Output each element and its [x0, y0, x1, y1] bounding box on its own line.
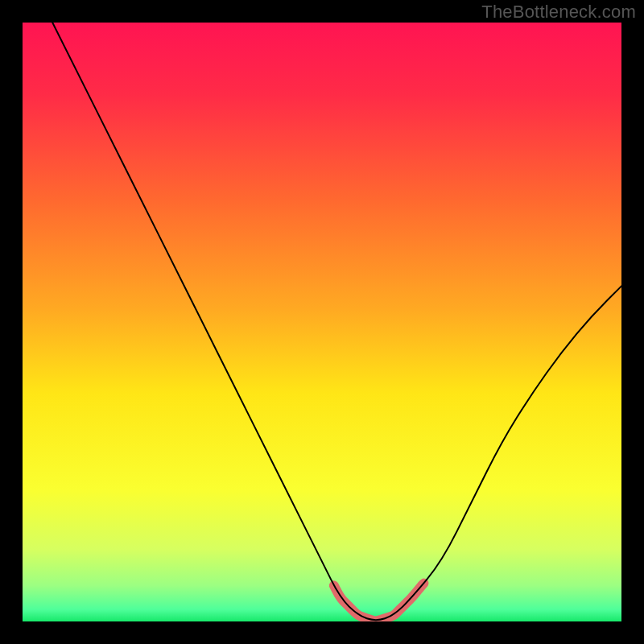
watermark-text: TheBottleneck.com — [481, 2, 636, 23]
bottleneck-curve — [52, 23, 621, 620]
chart-frame: TheBottleneck.com — [0, 0, 644, 644]
highlight-segment — [334, 583, 424, 621]
plot-area — [23, 23, 621, 621]
curve-layer — [23, 23, 621, 621]
